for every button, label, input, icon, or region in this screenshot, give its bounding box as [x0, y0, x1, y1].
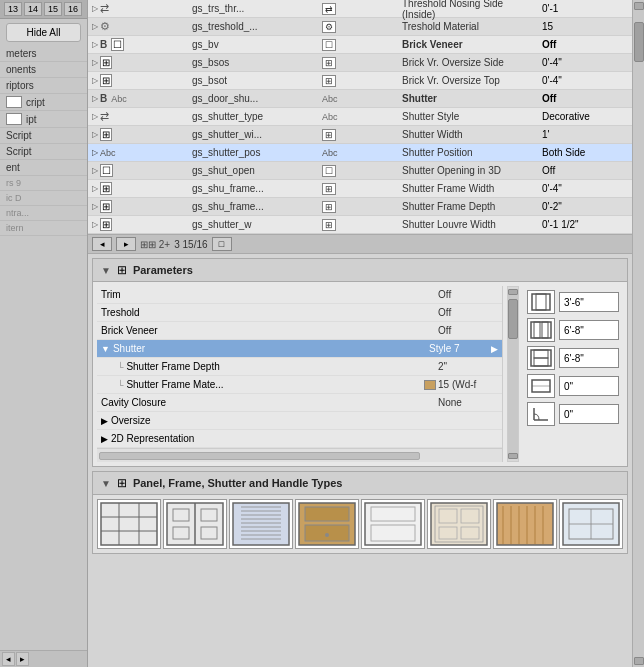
- oversize-expand-icon[interactable]: ▶: [101, 416, 108, 426]
- table-row: ▷ ⇄ gs_shutter_type Abc Shutter Style De…: [88, 108, 632, 126]
- tab-14[interactable]: 14: [24, 2, 42, 16]
- panel-body: Trim Off Treshold Off Brick Veneer Off ▼…: [93, 282, 627, 466]
- expand-icon[interactable]: ▷: [92, 40, 98, 49]
- dim-value-1[interactable]: 3'-6": [559, 292, 619, 312]
- row-icons: ▷ ⇄: [88, 2, 188, 15]
- param-tree-label: Treshold: [101, 307, 438, 318]
- param-tree-label: Shutter Frame Mate...: [126, 379, 424, 390]
- dim-value-3[interactable]: 6'-8": [559, 348, 619, 368]
- expand-icon[interactable]: ▷: [92, 112, 98, 121]
- thumb-svg-4: [297, 501, 357, 547]
- param-tree-row-shutter[interactable]: ▼ Shutter Style 7 ▶: [97, 340, 502, 358]
- scroll-down-arrow[interactable]: [508, 453, 518, 459]
- dim-value-5[interactable]: 0": [559, 404, 619, 424]
- tab-15[interactable]: 15: [44, 2, 62, 16]
- row-icons: ▷ ⊞: [88, 74, 188, 87]
- thumbnail-1[interactable]: [97, 499, 161, 549]
- table-row: ▷ ⊞ gs_shutter_wi... ⊞ Shutter Width 1': [88, 126, 632, 144]
- param-value: Decorative: [538, 111, 632, 122]
- sidebar-scroll-right[interactable]: ▸: [16, 652, 29, 666]
- sidebar-item-extra2[interactable]: ic D: [0, 191, 87, 206]
- type-icon-cell: ☐: [318, 39, 398, 50]
- dim-row-1: 3'-6": [527, 290, 619, 314]
- sidebar-item-script3[interactable]: Script: [0, 144, 87, 160]
- dim-icon-2: [527, 318, 555, 342]
- expand-icon[interactable]: ▷: [92, 94, 98, 103]
- expand-icon[interactable]: ▷: [92, 166, 98, 175]
- panel-frame-collapse-icon[interactable]: ▼: [101, 478, 111, 489]
- sidebar-item-extra4[interactable]: itern: [0, 221, 87, 236]
- sidebar-scroll-left[interactable]: ◂: [2, 652, 15, 666]
- param-tree-row[interactable]: ▶ Oversize: [97, 412, 502, 430]
- thumbnail-7[interactable]: [493, 499, 557, 549]
- thumbnail-2[interactable]: [163, 499, 227, 549]
- expand-icon[interactable]: ▷: [92, 22, 98, 31]
- hide-all-button[interactable]: Hide All: [6, 23, 81, 42]
- expand-icon[interactable]: ▷: [92, 58, 98, 67]
- row-icon-abc: Abc: [111, 94, 127, 104]
- expand-icon[interactable]: ▷: [92, 130, 98, 139]
- scrollbar-down-arrow[interactable]: [634, 657, 644, 665]
- scrollbar-up-arrow[interactable]: [634, 2, 644, 10]
- param-name: gs_bsot: [188, 75, 318, 86]
- thumb-svg-6: [429, 501, 489, 547]
- nav-btn-left[interactable]: ◂: [92, 237, 112, 251]
- type-icon-cell: ☐: [318, 165, 398, 176]
- param-tree-label: Cavity Closure: [101, 397, 438, 408]
- table-row: ▷ ⇄ gs_trs_thr... ⇄ Threshold Nosing Sid…: [88, 0, 632, 18]
- param-label: Shutter Style: [398, 111, 538, 122]
- scroll-thumb[interactable]: [508, 299, 518, 339]
- shutter-expand-right-icon[interactable]: ▶: [491, 344, 498, 354]
- table-row-highlighted[interactable]: ▷ Abc gs_shutter_pos Abc Shutter Positio…: [88, 144, 632, 162]
- type-icon-cell: ⊞: [318, 75, 398, 86]
- expand-icon[interactable]: ▷: [92, 4, 98, 13]
- panel-title: Parameters: [133, 264, 193, 276]
- expand-icon[interactable]: ▷: [92, 184, 98, 193]
- tree-scroll-bar[interactable]: [97, 448, 502, 462]
- nav-btn-right[interactable]: ▸: [116, 237, 136, 251]
- sidebar-item-riptors[interactable]: riptors: [0, 78, 87, 94]
- expand-icon[interactable]: ▷: [92, 76, 98, 85]
- param-name: gs_shutter_wi...: [188, 129, 318, 140]
- thumbnail-4[interactable]: [295, 499, 359, 549]
- param-tree-row: Trim Off: [97, 286, 502, 304]
- sidebar-item-extra3[interactable]: ntra...: [0, 206, 87, 221]
- frame-single-svg: [529, 292, 553, 312]
- sidebar-item-onents[interactable]: onents: [0, 62, 87, 78]
- scrollbar-thumb[interactable]: [634, 22, 644, 62]
- thumbnail-8[interactable]: [559, 499, 623, 549]
- expand-icon[interactable]: ▷: [92, 148, 98, 157]
- thumbnail-5[interactable]: [361, 499, 425, 549]
- nav-btn-end[interactable]: □: [212, 237, 232, 251]
- angle-svg: [529, 404, 553, 424]
- expand-icon[interactable]: ▷: [92, 202, 98, 211]
- param-label: Shutter: [398, 93, 538, 104]
- param-value: 0'-1: [538, 3, 632, 14]
- 2drep-expand-icon[interactable]: ▶: [101, 434, 108, 444]
- dim-value-2[interactable]: 6'-8": [559, 320, 619, 340]
- row-icon-grid: ⊞: [100, 74, 112, 87]
- sidebar-item-meters[interactable]: meters: [0, 46, 87, 62]
- sidebar-item-ipt[interactable]: ipt: [0, 111, 87, 128]
- param-label: Shutter Frame Depth: [398, 201, 538, 212]
- dim-value-4[interactable]: 0": [559, 376, 619, 396]
- param-value: 0'-2": [538, 201, 632, 212]
- tab-13[interactable]: 13: [4, 2, 22, 16]
- expand-icon[interactable]: ▷: [92, 220, 98, 229]
- param-tree-row[interactable]: ▶ 2D Representation: [97, 430, 502, 448]
- sidebar-item-extra1[interactable]: rs 9: [0, 176, 87, 191]
- tab-16[interactable]: 16: [64, 2, 82, 16]
- param-tree-label: 2D Representation: [111, 433, 498, 444]
- tree-vertical-scrollbar[interactable]: [507, 286, 519, 462]
- shutter-collapse-icon[interactable]: ▼: [101, 344, 110, 354]
- sidebar-item-script2[interactable]: Script: [0, 128, 87, 144]
- main-vertical-scrollbar[interactable]: [632, 0, 644, 667]
- thumbnail-6[interactable]: [427, 499, 491, 549]
- panel-frame-title: Panel, Frame, Shutter and Handle Types: [133, 477, 342, 489]
- sidebar-item-script1[interactable]: cript: [0, 94, 87, 111]
- thumbnail-3[interactable]: [229, 499, 293, 549]
- thumb-svg-1: [99, 501, 159, 547]
- panel-collapse-icon[interactable]: ▼: [101, 265, 111, 276]
- sidebar-item-ent[interactable]: ent: [0, 160, 87, 176]
- panel-frame-icon: ⊞: [117, 476, 127, 490]
